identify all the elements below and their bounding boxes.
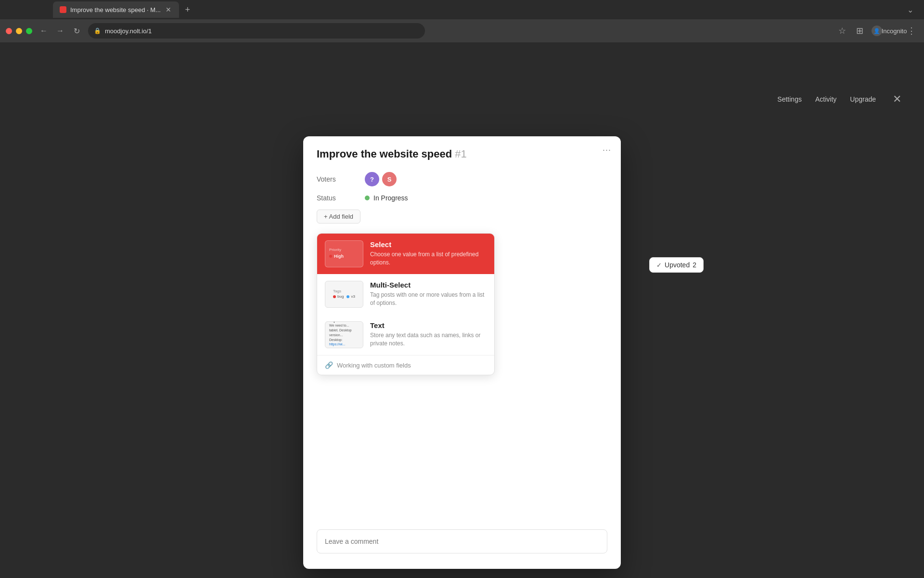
bookmark-button[interactable]: ☆ bbox=[835, 24, 849, 38]
text-preview: Important: We need to... tablet. Desktop… bbox=[325, 321, 363, 348]
tab-title: Improve the website speed · M... bbox=[70, 6, 161, 13]
lock-icon: 🔒 bbox=[94, 27, 101, 34]
dropdown-item-multiselect[interactable]: Tags bug v3 Multi-Se bbox=[317, 274, 494, 315]
upvote-count: 2 bbox=[693, 261, 696, 269]
modal-title: Improve the website speed #1 bbox=[317, 148, 607, 160]
select-title: Select bbox=[370, 240, 487, 249]
window-close-button[interactable] bbox=[6, 28, 12, 34]
browser-tab[interactable]: Improve the website speed · M... ✕ bbox=[53, 1, 179, 18]
voter-avatar-1: ? bbox=[365, 172, 379, 186]
issue-number: #1 bbox=[455, 148, 466, 160]
forward-button[interactable]: → bbox=[53, 24, 67, 38]
select-desc: Choose one value from a list of predefin… bbox=[370, 250, 487, 267]
help-icon: 🔗 bbox=[325, 361, 333, 369]
window-minimize-button[interactable] bbox=[16, 28, 22, 34]
modal-dialog: ··· Improve the website speed #1 Voters … bbox=[303, 136, 621, 569]
multiselect-title: Multi-Select bbox=[370, 281, 487, 289]
dropdown-container: Priority High Select Choose one value fr… bbox=[317, 233, 495, 375]
dropdown-footer-link[interactable]: 🔗 Working with custom fields bbox=[317, 355, 494, 375]
upvote-section: ✓ Upvoted 2 bbox=[649, 257, 704, 273]
multiselect-desc: Tag posts with one or more values from a… bbox=[370, 291, 487, 307]
reload-button[interactable]: ↻ bbox=[70, 24, 83, 38]
new-tab-button[interactable]: + bbox=[181, 3, 194, 16]
tab-favicon bbox=[60, 6, 66, 13]
select-preview: Priority High bbox=[325, 240, 363, 267]
comment-section bbox=[317, 529, 607, 553]
url-text: moodjoy.nolt.io/1 bbox=[105, 27, 152, 35]
upvote-label: Upvoted bbox=[665, 261, 690, 269]
address-bar[interactable]: 🔒 moodjoy.nolt.io/1 bbox=[88, 23, 425, 39]
field-type-dropdown: Priority High Select Choose one value fr… bbox=[317, 233, 607, 375]
voters-row: Voters ? S bbox=[317, 172, 607, 186]
incognito-label: Incognito bbox=[887, 24, 901, 38]
status-value: In Progress bbox=[373, 194, 408, 202]
voters-avatars: ? S bbox=[365, 172, 397, 186]
status-dot-icon bbox=[365, 196, 370, 200]
select-item-info: Select Choose one value from a list of p… bbox=[370, 240, 487, 267]
multiselect-item-info: Multi-Select Tag posts with one or more … bbox=[370, 281, 487, 307]
voters-label: Voters bbox=[317, 175, 365, 183]
text-desc: Store any text data such as names, links… bbox=[370, 331, 487, 348]
text-title: Text bbox=[370, 321, 487, 329]
multiselect-preview: Tags bug v3 bbox=[325, 281, 363, 308]
tab-grid-button[interactable]: ⊞ bbox=[853, 24, 866, 38]
voter-avatar-2: S bbox=[382, 172, 397, 186]
checkmark-icon: ✓ bbox=[656, 262, 662, 269]
comment-input[interactable] bbox=[317, 529, 607, 553]
dropdown-item-text[interactable]: Important: We need to... tablet. Desktop… bbox=[317, 315, 494, 355]
more-menu-button[interactable]: ⋮ bbox=[905, 24, 918, 38]
modal-menu-button[interactable]: ··· bbox=[603, 145, 611, 155]
text-item-info: Text Store any text data such as names, … bbox=[370, 321, 487, 348]
tab-close-button[interactable]: ✕ bbox=[165, 6, 172, 13]
status-badge[interactable]: In Progress bbox=[365, 194, 408, 202]
dropdown-item-select[interactable]: Priority High Select Choose one value fr… bbox=[317, 234, 494, 274]
back-button[interactable]: ← bbox=[37, 24, 51, 38]
add-field-button[interactable]: + Add field bbox=[317, 210, 360, 223]
window-maximize-button[interactable] bbox=[26, 28, 32, 34]
modal-overlay: ··· Improve the website speed #1 Voters … bbox=[0, 85, 924, 578]
upvote-button[interactable]: ✓ Upvoted 2 bbox=[649, 257, 704, 273]
more-options-button[interactable]: ⌄ bbox=[907, 5, 919, 14]
status-label: Status bbox=[317, 194, 365, 202]
status-row: Status In Progress bbox=[317, 194, 607, 202]
